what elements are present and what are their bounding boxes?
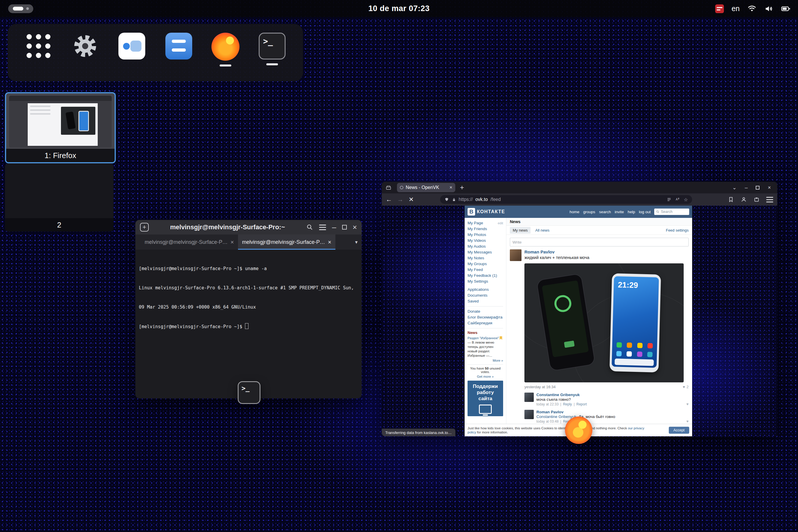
new-tab-button[interactable]: + — [460, 184, 464, 192]
sidebar-item-my-settings[interactable]: My Settings — [468, 279, 503, 284]
accept-cookies-button[interactable]: Accept — [669, 427, 689, 434]
post-likes[interactable]: ♥ 2 — [683, 385, 689, 389]
tab-close-icon[interactable]: × — [450, 185, 452, 190]
sidebar-item-my-photos[interactable]: My Photos — [468, 232, 503, 238]
tray-keyboard-icon[interactable] — [715, 4, 724, 13]
reply-link[interactable]: Reply — [563, 402, 572, 406]
link-invite[interactable]: invite — [614, 210, 624, 214]
sidebar-item-donate[interactable]: Donate — [468, 309, 503, 315]
post-author-avatar[interactable] — [510, 249, 521, 261]
dock-item-settings[interactable] — [68, 33, 102, 65]
sidebar-item-my-page[interactable]: My Page — [468, 220, 483, 226]
browser-tab-news-openvk[interactable]: News - OpenVK × — [397, 183, 455, 192]
bookmark-star-icon[interactable]: ☆ — [684, 197, 688, 203]
link-search[interactable]: search — [599, 210, 611, 214]
wifi-icon[interactable] — [747, 4, 757, 14]
terminal-output[interactable]: [melvinsgjr@melvinsgjr-Surface-Pro ~]$ u… — [135, 250, 362, 398]
sidebar-item-my-videos[interactable]: My Videos — [468, 238, 503, 244]
list-all-tabs-icon[interactable]: ⌄ — [732, 184, 737, 191]
stop-button[interactable]: ✕ — [408, 196, 414, 203]
forward-button[interactable]: → — [397, 196, 403, 203]
sidebar-item-saved[interactable]: Saved — [468, 298, 503, 304]
link-home[interactable]: home — [570, 210, 580, 214]
sidebar-item-blog[interactable]: Блог Весемирафта — [468, 315, 503, 320]
extensions-icon[interactable] — [753, 196, 760, 203]
menu-icon[interactable] — [766, 197, 773, 203]
comment-author-link[interactable]: Roman Pavlov — [536, 410, 615, 414]
report-link[interactable]: Report — [576, 402, 587, 406]
maximize-button[interactable] — [342, 225, 347, 230]
write-post-input[interactable]: Write — [510, 238, 689, 246]
workspace-indicator[interactable] — [8, 4, 33, 13]
post-timestamp[interactable]: yesterday at 16:34 — [525, 385, 556, 389]
dock-item-terminal[interactable]: >_ — [255, 33, 289, 65]
keyboard-layout-indicator[interactable]: en — [732, 4, 740, 13]
translate-icon[interactable]: A — [675, 197, 680, 202]
post-image[interactable]: 21:29 — [525, 263, 684, 382]
hamburger-menu-icon[interactable] — [319, 225, 326, 230]
comment-author-avatar[interactable] — [525, 393, 534, 402]
minimize-button[interactable]: – — [332, 223, 336, 231]
dock-item-app-grid[interactable] — [22, 33, 55, 65]
sidebar-item-my-notes[interactable]: My Notes — [468, 255, 503, 261]
dock-item-dashboard[interactable] — [115, 33, 149, 65]
reader-view-icon[interactable] — [667, 197, 671, 202]
link-help[interactable]: help — [628, 210, 635, 214]
tab-list-caret-icon[interactable]: ▾ — [355, 234, 358, 250]
close-button[interactable]: × — [768, 185, 771, 191]
sidebar-item-my-groups[interactable]: My Groups — [468, 261, 503, 267]
vk-logo[interactable]: В КОНТАКТЕ — [468, 208, 505, 215]
toolbox-icon[interactable] — [385, 184, 392, 191]
sidebar-item-my-friends[interactable]: My Friends — [468, 226, 503, 232]
url-bar[interactable]: https://ovk.to/feed A ☆ — [440, 195, 692, 204]
feed-settings-link[interactable]: Feed settings — [666, 228, 689, 232]
close-button[interactable]: × — [353, 223, 357, 231]
tab-close-icon[interactable]: × — [328, 239, 331, 246]
save-page-icon[interactable] — [728, 196, 734, 203]
battery-icon[interactable] — [781, 4, 791, 14]
dock-item-firefox[interactable] — [209, 33, 242, 66]
maximize-button[interactable] — [756, 186, 760, 190]
link-logout[interactable]: log out — [639, 210, 651, 214]
search-icon[interactable] — [306, 224, 313, 231]
terminal-tab-2[interactable]: melvinsgjr@melvinsgjr-Surface-Pro:~ × — [238, 234, 336, 250]
tab-all-news[interactable]: All news — [535, 228, 549, 232]
shield-icon[interactable] — [444, 197, 449, 202]
workspace-thumbnail-1[interactable]: 1: Firefox — [5, 92, 116, 163]
sidebar-item-cyberpedia[interactable]: Сайберпедия — [468, 320, 503, 326]
sidebar-item-my-feed[interactable]: My Feed — [468, 267, 503, 273]
tab-my-news[interactable]: My news — [510, 227, 531, 234]
news-more-link[interactable]: More » — [468, 359, 503, 362]
active-workspace-pill[interactable] — [13, 7, 23, 11]
sidebar-edit-link[interactable]: edit — [498, 220, 503, 226]
vk-search-input[interactable]: Search — [654, 209, 689, 215]
back-button[interactable]: ← — [386, 196, 392, 203]
comment-author-avatar[interactable] — [525, 410, 534, 419]
running-indicator — [266, 63, 278, 65]
sidebar-item-documents[interactable]: Documents — [468, 292, 503, 298]
sidebar-item-my-feedback[interactable]: My Feedback (1) — [468, 273, 503, 279]
get-more-votes-link[interactable]: Get more » — [468, 375, 503, 378]
tab-close-icon[interactable]: × — [230, 239, 234, 246]
workspace-pill[interactable] — [8, 4, 33, 13]
minimize-button[interactable]: – — [745, 185, 747, 191]
clock[interactable]: 10 de mar 07:23 — [368, 4, 430, 13]
volume-icon[interactable] — [764, 4, 774, 14]
heart-icon[interactable]: ♥ — [686, 419, 689, 423]
dock-item-files[interactable] — [162, 33, 196, 65]
support-banner[interactable]: Поддержи работу сайта — [468, 381, 503, 416]
terminal-tab-1[interactable]: melvinsgjr@melvinsgjr-Surface-Pro:~ × — [140, 234, 238, 250]
sidebar-item-my-audios[interactable]: My Audios — [468, 244, 503, 249]
workspace-thumbnail-2[interactable]: 2 — [5, 163, 113, 232]
sidebar-item-applications[interactable]: Applications — [468, 287, 503, 292]
post-author-link[interactable]: Roman Pavlov — [525, 249, 589, 254]
new-tab-button[interactable]: + — [140, 223, 149, 232]
link-groups[interactable]: groups — [583, 210, 595, 214]
inactive-workspace-dot[interactable] — [26, 7, 29, 10]
account-icon[interactable] — [741, 196, 747, 203]
comment-author-link[interactable]: Constantine Gribenyuk — [536, 393, 587, 397]
heart-icon[interactable]: ♥ — [686, 402, 689, 406]
lock-icon[interactable] — [452, 197, 456, 202]
favorites-section-link[interactable]: Раздел "Избранное" — [468, 336, 499, 340]
sidebar-item-my-messages[interactable]: My Messages — [468, 249, 503, 255]
